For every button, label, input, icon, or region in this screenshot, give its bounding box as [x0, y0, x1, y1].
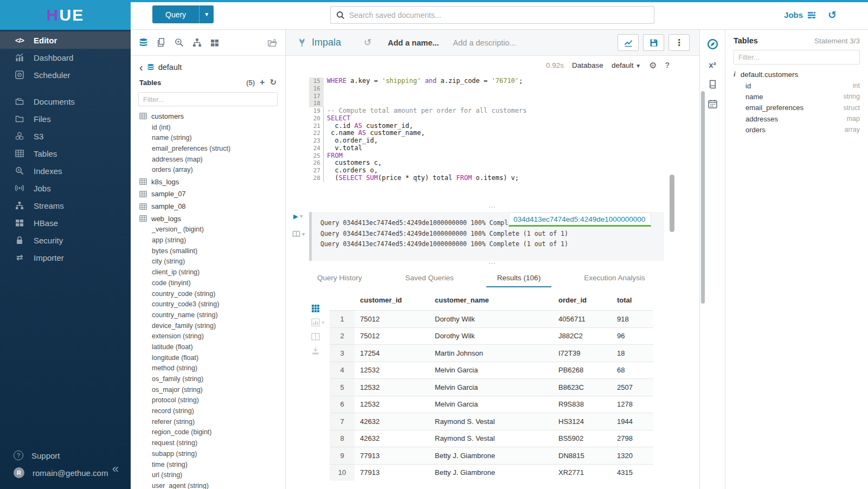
tree-column[interactable]: city (string) [131, 256, 285, 267]
table-row[interactable]: 842632Raymond S. VestalBS59022798 [330, 430, 653, 447]
sidebar-item-user[interactable]: R romain@gethue.com [0, 464, 131, 481]
active-table-row[interactable]: i default.customers [734, 70, 860, 79]
tab-execution-analysis[interactable]: Execution Analysis [573, 271, 656, 287]
refresh-icon[interactable]: ↻ [269, 78, 277, 87]
assistant-compass-icon[interactable] [707, 38, 718, 50]
sidebar-item-jobs[interactable]: Jobs [0, 179, 131, 197]
sidebar-item-documents[interactable]: Documents [0, 93, 131, 110]
query-caret-icon[interactable]: ▼ [199, 5, 214, 23]
tree-column[interactable]: country_code (string) [131, 289, 285, 300]
table-row[interactable]: 742632Raymond S. VestalHS31241944 [330, 413, 653, 430]
tree-column[interactable]: latitude (float) [131, 342, 285, 353]
column-header-customer_id[interactable]: customer_id [355, 296, 435, 304]
table-row[interactable]: 175012Dorothy Wilk4056711918 [330, 310, 653, 327]
sidebar-item-importer[interactable]: ⇄Importer [0, 249, 131, 266]
tree-column[interactable]: os_major (string) [131, 385, 285, 396]
sidebar-item-tables[interactable]: Tables [0, 145, 131, 162]
sidebar-item-streams[interactable]: Streams [0, 197, 131, 214]
right-filter-input[interactable] [734, 50, 860, 65]
database-dropdown[interactable]: default ▼ [612, 61, 641, 69]
database-breadcrumb[interactable]: ‹ default [131, 56, 285, 73]
table-row[interactable]: 977913Betty J. GiambroneDN88151320 [330, 447, 653, 464]
tree-column[interactable]: country_name (string) [131, 310, 285, 321]
tree-column[interactable]: client_ip (string) [131, 267, 285, 278]
settings-gear-icon[interactable]: ⚙ [649, 60, 657, 70]
tree-column[interactable]: country_code3 (string) [131, 299, 285, 310]
chart-button[interactable] [618, 34, 639, 51]
tree-table-sample_08[interactable]: sample_08 [131, 200, 285, 213]
tree-column[interactable]: request (string) [131, 438, 285, 449]
apps-grid-icon[interactable] [210, 38, 219, 47]
query-name-field[interactable]: Add a name... [388, 38, 439, 47]
tree-column[interactable]: time (string) [131, 460, 285, 471]
engine-selector[interactable]: Impala [298, 37, 341, 48]
new-query-button[interactable]: Query ▼ [152, 5, 214, 23]
right-column-addresses[interactable]: addressesmap [745, 113, 860, 124]
more-options-button[interactable]: ⋮ [668, 34, 690, 51]
hue-logo[interactable]: HUE [0, 0, 131, 30]
table-row[interactable]: 412532Melvin GarciaPB626868 [330, 362, 653, 379]
tree-column[interactable]: os_family (string) [131, 374, 285, 385]
tree-table-sample_07[interactable]: sample_07 [131, 188, 285, 201]
tree-column[interactable]: _version_ (bigint) [131, 224, 285, 235]
back-icon[interactable]: ‹ [139, 63, 143, 71]
sidebar-item-scheduler[interactable]: Scheduler [0, 66, 131, 83]
tab-saved-queries[interactable]: Saved Queries [395, 271, 465, 287]
tree-table-web_logs[interactable]: web_logs [131, 213, 285, 225]
tree-table-customers[interactable]: customers [131, 110, 285, 123]
right-column-email_preferences[interactable]: email_preferencesstruct [745, 102, 860, 113]
tree-column[interactable]: region_code (bigint) [131, 427, 285, 438]
download-icon[interactable] [311, 346, 330, 355]
sidebar-collapse-icon[interactable]: « [112, 462, 119, 476]
tree-column[interactable]: user_agent (string) [131, 481, 285, 489]
right-column-orders[interactable]: ordersarray [745, 124, 860, 135]
add-table-icon[interactable]: + [260, 78, 265, 87]
editor-scrollbar[interactable] [670, 175, 674, 232]
open-folder-icon[interactable] [267, 38, 277, 48]
sidebar-item-indexes[interactable]: Indexes [0, 162, 131, 179]
column-header-order_id[interactable]: order_id [558, 296, 617, 304]
language-reference-icon[interactable] [708, 80, 717, 89]
column-header-total[interactable]: total [617, 296, 653, 304]
tab-results-106-[interactable]: Results (106) [486, 271, 551, 287]
tree-column[interactable]: protocol (string) [131, 395, 285, 406]
sidebar-item-support[interactable]: ? Support [0, 447, 131, 464]
table-row[interactable]: 317254Martin JohnsonI72T3918 [330, 344, 653, 362]
sidebar-item-s3[interactable]: S3 [0, 127, 131, 145]
tree-column[interactable]: record (string) [131, 406, 285, 417]
table-row[interactable]: 512532Melvin GarciaB8623C2507 [330, 378, 653, 396]
search-plus-icon[interactable] [175, 38, 184, 47]
table-row[interactable]: 612532Melvin GarciaR9S8381278 [330, 396, 653, 413]
tree-column[interactable]: orders (array) [131, 165, 285, 176]
history-icon[interactable]: ↺ [828, 9, 837, 21]
tree-column[interactable]: email_preferences (struct) [131, 144, 285, 155]
column-header-customer_name[interactable]: customer_name [435, 296, 558, 304]
sidebar-item-dashboard[interactable]: Dashboard [0, 49, 131, 66]
tree-column[interactable]: method (string) [131, 363, 285, 374]
sidebar-item-editor[interactable]: </>Editor [0, 31, 131, 49]
tree-column[interactable]: referer (string) [131, 417, 285, 428]
table-row[interactable]: 275012Dorothy WilkJ882C296 [330, 327, 653, 345]
tree-column[interactable]: subapp (string) [131, 449, 285, 460]
tree-column[interactable]: bytes (smallint) [131, 246, 285, 257]
chart-view-icon[interactable]: ▼ [311, 318, 330, 327]
tree-column[interactable]: longitude (float) [131, 353, 285, 364]
tree-column[interactable]: code (tinyint) [131, 278, 285, 289]
search-input[interactable] [349, 11, 648, 20]
execute-button[interactable]: ▶▼ [293, 211, 303, 221]
columns-icon[interactable] [311, 332, 330, 341]
help-icon[interactable]: ? [665, 61, 670, 69]
tree-column[interactable]: extension (string) [131, 331, 285, 342]
tree-column[interactable]: url (string) [131, 470, 285, 481]
sitemap-icon[interactable] [192, 38, 202, 47]
databases-icon[interactable] [139, 38, 148, 47]
assist-filter-input[interactable] [138, 92, 278, 106]
right-column-name[interactable]: namestring [745, 91, 860, 102]
schedule-icon[interactable] [708, 99, 717, 108]
table-tree[interactable]: customersid (int)name (string)email_pref… [131, 110, 285, 489]
tab-query-history[interactable]: Query History [306, 271, 373, 287]
resize-handle-bottom[interactable]: ⋯ [286, 261, 699, 268]
query-history-icon[interactable]: ↺ [364, 37, 371, 48]
resize-handle-top[interactable]: ⋯ [286, 204, 699, 212]
save-button[interactable] [643, 34, 664, 51]
